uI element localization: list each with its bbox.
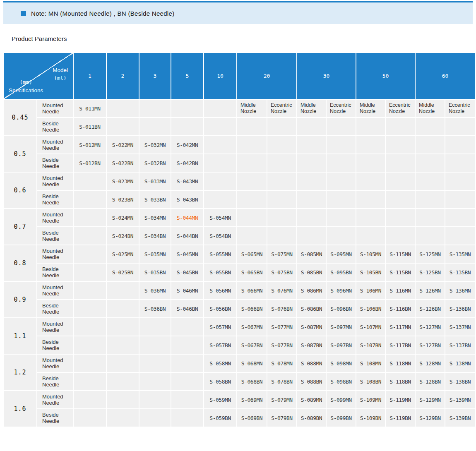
corner-model-label: Model (ml)	[53, 66, 68, 82]
model-code-cell: S-012BN	[74, 154, 106, 172]
model-code-cell: S-108BN	[356, 373, 385, 390]
model-code-cell: S-067MN	[237, 318, 267, 336]
model-code-cell: S-057MN	[204, 318, 236, 336]
model-code-cell: S-065BN	[237, 264, 267, 281]
empty-cell	[386, 173, 415, 190]
model-col-header-50: 50	[356, 53, 415, 99]
model-code-cell: S-045MN	[171, 245, 203, 263]
note-bullet-icon	[21, 11, 26, 16]
empty-cell	[356, 227, 385, 245]
model-code-cell-highlighted[interactable]: S-044MN	[171, 209, 203, 226]
model-code-cell: S-097BN	[327, 336, 356, 354]
empty-cell	[297, 191, 326, 208]
corner-spec-label: (mm) Specifications	[9, 79, 43, 95]
model-code-cell: S-058BN	[204, 373, 236, 390]
empty-cell	[237, 136, 267, 154]
row-label-beside-needle: Beside Needle	[37, 154, 73, 172]
empty-cell	[237, 154, 267, 172]
model-code-cell: S-098BN	[327, 373, 356, 390]
model-code-cell: S-107MN	[356, 318, 385, 336]
empty-cell	[107, 318, 139, 336]
model-code-cell: S-109MN	[356, 391, 385, 408]
empty-cell	[237, 173, 267, 190]
empty-cell	[416, 136, 445, 154]
model-code-cell: S-137BN	[445, 336, 475, 354]
model-code-cell: S-129BN	[416, 409, 445, 427]
empty-cell	[107, 391, 139, 408]
table-row: 0.9Mounted NeedleS-036MNS-046MNS-056MNS-…	[4, 282, 475, 299]
model-code-cell: S-127MN	[416, 318, 445, 336]
model-code-cell: S-076BN	[267, 300, 296, 317]
empty-cell	[416, 154, 445, 172]
model-code-cell: S-138MN	[445, 355, 475, 372]
empty-cell	[171, 391, 203, 408]
model-code-cell: S-066MN	[237, 282, 267, 299]
empty-cell	[356, 173, 385, 190]
model-code-cell: S-036MN	[139, 282, 171, 299]
nozzle-type-label: Middle Nozzle	[356, 100, 385, 117]
empty-cell	[327, 227, 356, 245]
model-code-cell: S-043BN	[171, 191, 203, 208]
model-code-cell: S-059BN	[204, 409, 236, 427]
model-col-header-1: 1	[74, 53, 106, 99]
spec-value-cell: 1.1	[4, 318, 36, 354]
model-code-cell: S-023MN	[107, 173, 139, 190]
empty-cell	[171, 373, 203, 390]
model-code-cell: S-139MN	[445, 391, 475, 408]
empty-cell	[327, 209, 356, 226]
model-col-header-3: 3	[139, 53, 171, 99]
model-code-cell: S-024MN	[107, 209, 139, 226]
corner-header-cell: Model (ml) (mm) Specifications	[4, 53, 73, 99]
empty-cell	[107, 118, 139, 135]
model-code-cell: S-036BN	[139, 300, 171, 317]
empty-cell	[107, 300, 139, 317]
empty-cell	[171, 336, 203, 354]
model-code-cell: S-117MN	[386, 318, 415, 336]
empty-cell	[74, 409, 106, 427]
model-code-cell: S-135BN	[445, 264, 475, 281]
empty-cell	[74, 300, 106, 317]
row-label-beside-needle: Beside Needle	[37, 264, 73, 281]
model-code-cell: S-125BN	[416, 264, 445, 281]
empty-cell	[139, 100, 171, 117]
model-code-cell: S-116BN	[386, 300, 415, 317]
model-code-cell: S-136BN	[445, 300, 475, 317]
model-code-cell: S-117BN	[386, 336, 415, 354]
empty-cell	[327, 154, 356, 172]
model-code-cell: S-068BN	[237, 373, 267, 390]
empty-cell	[74, 336, 106, 354]
model-code-cell: S-089BN	[297, 409, 326, 427]
empty-cell	[171, 118, 203, 135]
model-code-cell: S-125MN	[416, 245, 445, 263]
model-code-cell: S-115BN	[386, 264, 415, 281]
model-code-cell: S-079MN	[267, 391, 296, 408]
model-code-cell: S-042MN	[171, 136, 203, 154]
empty-cell	[416, 209, 445, 226]
row-label-beside-needle: Beside Needle	[37, 409, 73, 427]
empty-cell	[356, 209, 385, 226]
empty-cell	[327, 191, 356, 208]
empty-cell	[267, 173, 296, 190]
model-code-cell: S-045BN	[171, 264, 203, 281]
empty-cell	[445, 227, 475, 245]
table-row: Beside NeedleS-012BNS-022BNS-032BNS-042B…	[4, 154, 475, 172]
empty-cell	[74, 245, 106, 263]
model-code-cell: S-054BN	[204, 227, 236, 245]
nozzle-type-label: Middle Nozzle	[297, 100, 326, 117]
model-code-cell: S-089MN	[297, 391, 326, 408]
model-code-cell: S-127BN	[416, 336, 445, 354]
model-code-cell: S-034BN	[139, 227, 171, 245]
empty-cell	[204, 191, 236, 208]
model-code-cell: S-108MN	[356, 355, 385, 372]
empty-cell	[416, 173, 445, 190]
row-label-mounted-needle: Mounted Needle	[37, 100, 73, 117]
nozzle-type-label: Middle Nozzle	[416, 100, 445, 117]
model-code-cell: S-107BN	[356, 336, 385, 354]
model-code-cell: S-119BN	[386, 409, 415, 427]
model-code-cell: S-054MN	[204, 209, 236, 226]
model-code-cell: S-095BN	[327, 264, 356, 281]
model-code-cell: S-098MN	[327, 355, 356, 372]
row-label-mounted-needle: Mounted Needle	[37, 209, 73, 226]
model-code-cell: S-109BN	[356, 409, 385, 427]
table-row: 1.2Mounted NeedleS-058MNS-068MNS-078MNS-…	[4, 355, 475, 372]
